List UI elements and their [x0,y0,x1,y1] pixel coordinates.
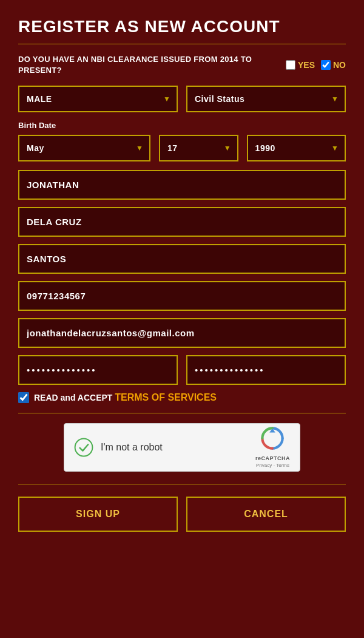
birth-year-wrapper: 1990199119921993 1994199519961997 199819… [247,135,346,161]
captcha-divider [18,484,346,484]
gender-select[interactable]: MALE FEMALE [18,86,178,112]
terms-text: READ and ACCEPT [34,393,115,402]
gender-select-wrapper: MALE FEMALE [18,86,178,112]
terms-label: READ and ACCEPT TERMS OF SERVICES [34,392,217,403]
captcha-brand: reCAPTCHA [255,455,290,461]
signup-button[interactable]: SIGN UP [18,497,178,532]
page-title: REGISTER AS NEW ACCOUNT [18,17,346,36]
nbi-no-label: NO [333,60,346,70]
birth-day-wrapper: 12345 678910 1112131415 1617181920 21222… [159,135,238,161]
email-input[interactable] [18,318,346,348]
captcha-links: Privacy - Terms [256,463,289,468]
nbi-yes-option[interactable]: YES [286,60,315,70]
birth-month-select[interactable]: JanuaryFebruaryMarchApril MayJuneJulyAug… [18,135,150,161]
birth-year-select[interactable]: 1990199119921993 1994199519961997 199819… [247,135,346,161]
nbi-no-checkbox[interactable] [321,60,331,70]
confirm-password-input[interactable] [186,355,346,385]
birth-date-label: Birth Date [18,121,346,130]
nbi-clearance-row: DO YOU HAVE AN NBI CLEARANCE ISSUED FROM… [18,54,346,76]
middle-name-input[interactable] [18,244,346,274]
password-input[interactable] [18,355,178,385]
last-name-input[interactable] [18,207,346,237]
terms-checkbox[interactable] [18,392,29,403]
recaptcha-icon [261,427,284,454]
terms-divider [18,413,346,413]
buttons-row: SIGN UP CANCEL [18,497,346,532]
phone-input[interactable] [18,281,346,311]
birth-date-row: JanuaryFebruaryMarchApril MayJuneJulyAug… [18,135,346,161]
nbi-options: YES NO [286,60,346,70]
captcha-label: I'm not a robot [101,442,248,453]
captcha-wrapper: I'm not a robot reCAPTCHA Privacy - Term… [18,423,346,472]
terms-link[interactable]: TERMS OF SERVICES [115,392,217,402]
gender-civil-row: MALE FEMALE Civil Status Single Married … [18,86,346,112]
birth-day-select[interactable]: 12345 678910 1112131415 1617181920 21222… [159,135,238,161]
password-row [18,355,346,385]
title-divider [18,44,346,44]
nbi-question: DO YOU HAVE AN NBI CLEARANCE ISSUED FROM… [18,54,280,76]
nbi-no-option[interactable]: NO [321,60,346,70]
civil-status-select[interactable]: Civil Status Single Married Widowed Sepa… [186,86,346,112]
birth-month-wrapper: JanuaryFebruaryMarchApril MayJuneJulyAug… [18,135,150,161]
svg-point-0 [75,439,93,456]
captcha-checkmark-icon [74,438,93,457]
terms-row: READ and ACCEPT TERMS OF SERVICES [18,392,346,403]
cancel-button[interactable]: CANCEL [186,497,346,532]
civil-status-select-wrapper: Civil Status Single Married Widowed Sepa… [186,86,346,112]
nbi-yes-checkbox[interactable] [286,60,295,70]
nbi-yes-label: YES [298,60,315,70]
first-name-input[interactable] [18,170,346,200]
captcha-box[interactable]: I'm not a robot reCAPTCHA Privacy - Term… [64,423,300,472]
captcha-logo-area: reCAPTCHA Privacy - Terms [255,427,290,468]
